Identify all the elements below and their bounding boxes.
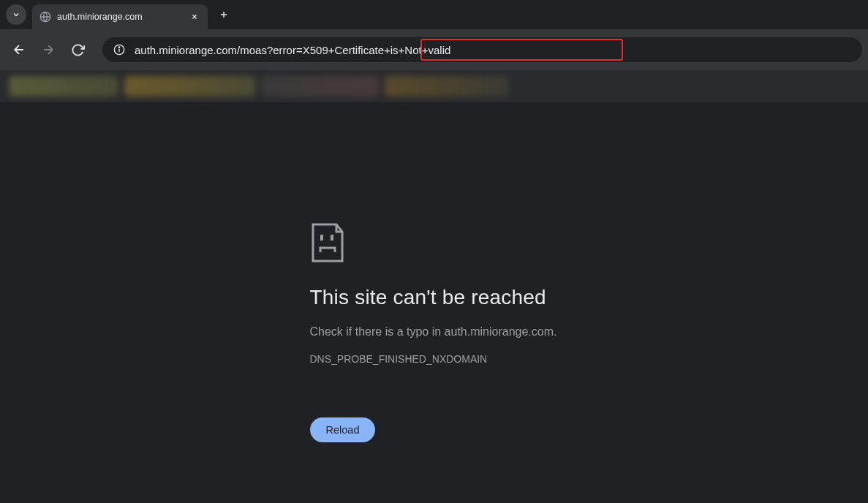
forward-button[interactable]: [35, 37, 61, 63]
bookmark-item[interactable]: [385, 76, 509, 97]
url-prefix: auth.miniorange.com/moas?erro: [135, 44, 293, 56]
browser-tab[interactable]: auth.miniorange.com: [32, 4, 208, 29]
error-heading: This site can't be reached: [310, 286, 646, 309]
reload-icon: [71, 43, 85, 57]
tab-close-button[interactable]: [189, 11, 200, 23]
reload-button[interactable]: Reload: [310, 417, 376, 442]
page-content: This site can't be reached Check if ther…: [0, 102, 868, 503]
close-icon: [191, 13, 198, 20]
reload-nav-button[interactable]: [64, 37, 91, 63]
svg-rect-5: [331, 235, 333, 241]
tab-search-dropdown[interactable]: [6, 4, 26, 25]
arrow-left-icon: [12, 42, 26, 57]
back-button[interactable]: [6, 37, 32, 63]
url-text: auth.miniorange.com/moas?error=X509+Cert…: [135, 44, 450, 56]
plus-icon: [219, 10, 229, 20]
url-highlight-box: [420, 39, 623, 61]
tab-strip: auth.miniorange.com: [0, 0, 868, 29]
arrow-right-icon: [41, 42, 56, 57]
tab-title: auth.miniorange.com: [57, 12, 183, 22]
address-bar[interactable]: auth.miniorange.com/moas?error=X509+Cert…: [102, 37, 862, 62]
error-code: DNS_PROBE_FINISHED_NXDOMAIN: [310, 353, 646, 365]
bookmark-item[interactable]: [124, 76, 256, 97]
bookmarks-bar: [0, 70, 868, 102]
info-icon: [113, 44, 125, 56]
error-page-icon: [310, 223, 345, 262]
chevron-down-icon: [12, 10, 20, 19]
url-query: r=X509+Certificate+is+Not+valid: [293, 44, 450, 56]
bookmark-item[interactable]: [262, 76, 379, 97]
error-subtext: Check if there is a typo in auth.miniora…: [310, 325, 646, 339]
bookmark-item[interactable]: [9, 76, 118, 97]
svg-rect-4: [320, 235, 323, 241]
site-info-button[interactable]: [113, 43, 126, 56]
new-tab-button[interactable]: [214, 4, 234, 25]
toolbar: auth.miniorange.com/moas?error=X509+Cert…: [0, 29, 868, 70]
globe-icon: [39, 11, 51, 23]
svg-point-3: [118, 47, 119, 48]
error-container: This site can't be reached Check if ther…: [310, 223, 646, 503]
